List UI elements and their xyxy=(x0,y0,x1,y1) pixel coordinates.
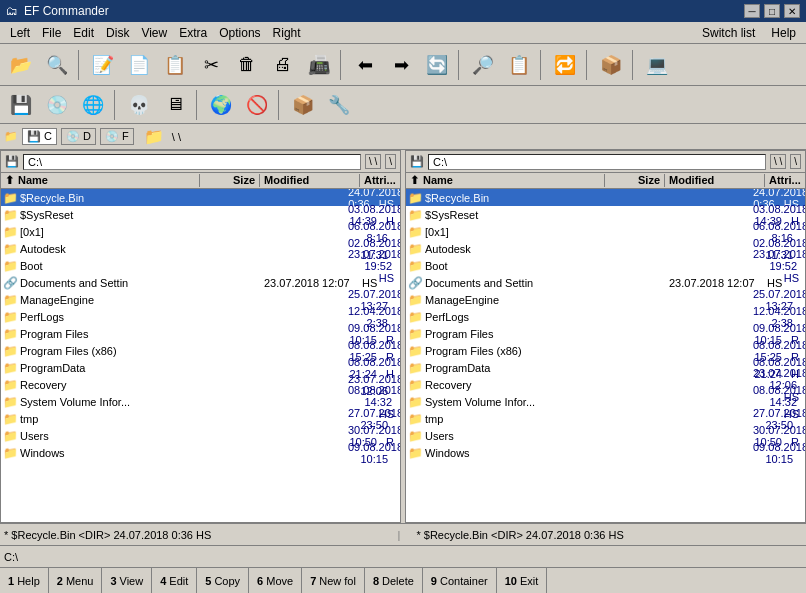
block-button[interactable]: 🚫 xyxy=(240,88,274,122)
sync-button[interactable]: 🔁 xyxy=(548,48,582,82)
toolbar-sep-6 xyxy=(632,50,636,80)
bottom-btn-help[interactable]: 1Help xyxy=(0,568,49,593)
menu-right[interactable]: Right xyxy=(267,24,307,42)
new-button[interactable]: 📄 xyxy=(122,48,156,82)
right-column-header: ⬆Name Size Modified Attri... xyxy=(406,173,805,189)
close-button[interactable]: ✕ xyxy=(784,4,800,18)
btn-number: 8 xyxy=(373,575,379,587)
btn-number: 5 xyxy=(205,575,211,587)
print-button[interactable]: 🖨 xyxy=(266,48,300,82)
delete-button[interactable]: 🗑 xyxy=(230,48,264,82)
left-nav-up[interactable]: \ \ xyxy=(365,154,381,169)
left-col-name: ⬆Name xyxy=(1,174,200,187)
maximize-button[interactable]: □ xyxy=(764,4,780,18)
path-label: C:\ xyxy=(4,551,18,563)
table-row[interactable]: 📁Windows 09.08.2018 10:15 xyxy=(1,444,400,461)
move-button[interactable]: ✂ xyxy=(194,48,228,82)
btn-label: Help xyxy=(17,575,40,587)
menu-switch-list[interactable]: Switch list xyxy=(696,24,761,42)
find-button[interactable]: 🔎 xyxy=(466,48,500,82)
file-name: Recovery xyxy=(425,379,471,391)
right-nav-up[interactable]: \ \ xyxy=(770,154,786,169)
bottom-btn-delete[interactable]: 8Delete xyxy=(365,568,423,593)
bottom-btn-edit[interactable]: 4Edit xyxy=(152,568,197,593)
drive-f-button[interactable]: 💿 F xyxy=(100,128,134,145)
refresh-button[interactable]: 🔄 xyxy=(420,48,454,82)
file-name: Windows xyxy=(20,447,65,459)
drive-d-button[interactable]: 💿 D xyxy=(61,128,96,145)
btn-number: 4 xyxy=(160,575,166,587)
floppy-button[interactable]: 💾 xyxy=(4,88,38,122)
folder-icon: 📁 xyxy=(3,412,18,426)
menu-extra[interactable]: Extra xyxy=(173,24,213,42)
file-name: ManageEngine xyxy=(20,294,94,306)
search-button[interactable]: 🔍 xyxy=(40,48,74,82)
disk-button[interactable]: 💿 xyxy=(40,88,74,122)
properties-button[interactable]: 📋 xyxy=(502,48,536,82)
edit-button[interactable]: 📝 xyxy=(86,48,120,82)
bottom-btn-exit[interactable]: 10Exit xyxy=(497,568,548,593)
path-bar: C:\ xyxy=(0,545,806,567)
pack-button[interactable]: 📦 xyxy=(594,48,628,82)
minimize-button[interactable]: ─ xyxy=(744,4,760,18)
drive-icon: 📁 xyxy=(4,130,18,143)
box-button[interactable]: 📦 xyxy=(286,88,320,122)
toolbar-sep-2 xyxy=(340,50,344,80)
btn-label: View xyxy=(120,575,144,587)
table-row[interactable]: 📁Windows 09.08.2018 10:15 xyxy=(406,444,805,461)
file-modified: 23.07.2018 19:52 xyxy=(344,248,400,272)
file-name: Windows xyxy=(425,447,470,459)
file-name: ProgramData xyxy=(20,362,85,374)
folder-icon: 📁 xyxy=(408,395,423,409)
copy-button[interactable]: 📋 xyxy=(158,48,192,82)
computer-button[interactable]: 🖥 xyxy=(158,88,192,122)
open-button[interactable]: 📂 xyxy=(4,48,38,82)
tool-button[interactable]: 🔧 xyxy=(322,88,356,122)
fax-button[interactable]: 📠 xyxy=(302,48,336,82)
toolbar-sep-1 xyxy=(78,50,82,80)
folder-icon: 📁 xyxy=(3,208,18,222)
file-attri xyxy=(392,453,396,465)
bottom-btn-new-fol[interactable]: 7New fol xyxy=(302,568,365,593)
menu-options[interactable]: Options xyxy=(213,24,266,42)
menu-file[interactable]: File xyxy=(36,24,67,42)
folder-icon: 📁 xyxy=(408,446,423,460)
btn-number: 9 xyxy=(431,575,437,587)
drive-c-button[interactable]: 💾 C xyxy=(22,128,57,145)
drive-bar-path: \ \ xyxy=(172,131,181,143)
file-name: Autodesk xyxy=(425,243,471,255)
back-button[interactable]: ⬅ xyxy=(348,48,382,82)
table-row[interactable]: 📁Boot 23.07.2018 19:52 HS xyxy=(1,257,400,274)
command-button[interactable]: 💻 xyxy=(640,48,674,82)
file-name: Program Files (x86) xyxy=(20,345,117,357)
network-button[interactable]: 🌐 xyxy=(76,88,110,122)
bottom-btn-view[interactable]: 3View xyxy=(102,568,152,593)
menu-edit[interactable]: Edit xyxy=(67,24,100,42)
globe-button[interactable]: 🌍 xyxy=(204,88,238,122)
left-panel-header: 💾 \ \ \ xyxy=(1,151,400,173)
forward-button[interactable]: ➡ xyxy=(384,48,418,82)
right-nav-root[interactable]: \ xyxy=(790,154,801,169)
file-name: $SysReset xyxy=(425,209,478,221)
skull-button[interactable]: 💀 xyxy=(122,88,156,122)
bottom-btn-move[interactable]: 6Move xyxy=(249,568,302,593)
menu-help[interactable]: Help xyxy=(765,24,802,42)
left-nav-root[interactable]: \ xyxy=(385,154,396,169)
menu-disk[interactable]: Disk xyxy=(100,24,135,42)
right-status: * $Recycle.Bin <DIR> 24.07.2018 0:36 HS xyxy=(408,529,802,541)
bottom-btn-copy[interactable]: 5Copy xyxy=(197,568,249,593)
menu-view[interactable]: View xyxy=(135,24,173,42)
menu-left[interactable]: Left xyxy=(4,24,36,42)
file-name: ManageEngine xyxy=(425,294,499,306)
bottom-btn-container[interactable]: 9Container xyxy=(423,568,497,593)
toolbar-sep-5 xyxy=(586,50,590,80)
btn-number: 7 xyxy=(310,575,316,587)
bottom-btn-menu[interactable]: 2Menu xyxy=(49,568,103,593)
right-path-input[interactable] xyxy=(428,154,766,170)
folder-icon: 📁 xyxy=(3,327,18,341)
table-row[interactable]: 📁Boot 23.07.2018 19:52 HS xyxy=(406,257,805,274)
app-icon: 🗂 xyxy=(6,4,18,18)
btn-number: 10 xyxy=(505,575,517,587)
bottom-toolbar: 1Help2Menu3View4Edit5Copy6Move7New fol8D… xyxy=(0,567,806,593)
left-path-input[interactable] xyxy=(23,154,361,170)
